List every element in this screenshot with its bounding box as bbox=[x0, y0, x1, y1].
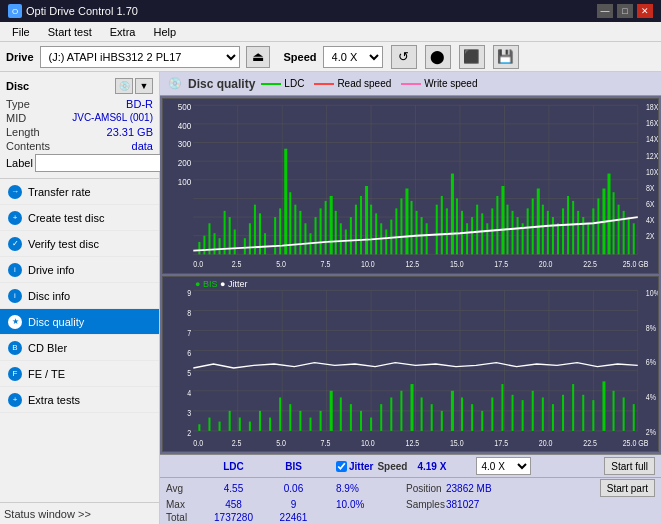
svg-rect-28 bbox=[244, 238, 246, 254]
nav-verify-test-disc[interactable]: ✓ Verify test disc bbox=[0, 231, 159, 257]
svg-rect-186 bbox=[582, 395, 584, 431]
menu-file[interactable]: File bbox=[4, 24, 38, 40]
legend-ldc-color bbox=[261, 83, 281, 85]
svg-rect-95 bbox=[592, 208, 594, 254]
refresh-button[interactable]: ↺ bbox=[391, 45, 417, 69]
svg-text:0.0: 0.0 bbox=[193, 259, 203, 269]
svg-text:10.0: 10.0 bbox=[361, 437, 375, 448]
position-value: 23862 MB bbox=[446, 483, 511, 494]
maximize-button[interactable]: □ bbox=[617, 4, 633, 18]
svg-rect-188 bbox=[602, 381, 605, 431]
drive-bar: Drive (J:) ATAPI iHBS312 2 PL17 ⏏ Speed … bbox=[0, 42, 661, 72]
fe-te-icon: F bbox=[8, 367, 22, 381]
label-input[interactable] bbox=[35, 154, 168, 172]
menu-extra[interactable]: Extra bbox=[102, 24, 144, 40]
svg-rect-67 bbox=[451, 174, 454, 255]
nav-disc-quality[interactable]: ★ Disc quality bbox=[0, 309, 159, 335]
eject-button[interactable]: ⏏ bbox=[246, 46, 270, 68]
svg-rect-29 bbox=[249, 223, 251, 254]
verify-test-disc-label: Verify test disc bbox=[28, 238, 99, 250]
svg-text:22.5: 22.5 bbox=[583, 259, 597, 269]
svg-rect-148 bbox=[198, 424, 200, 431]
menu-start-test[interactable]: Start test bbox=[40, 24, 100, 40]
svg-rect-68 bbox=[456, 198, 458, 254]
jitter-checkbox[interactable] bbox=[336, 461, 347, 472]
svg-text:7.5: 7.5 bbox=[321, 437, 331, 448]
svg-rect-149 bbox=[208, 418, 210, 431]
svg-text:500: 500 bbox=[178, 101, 191, 112]
nav-transfer-rate[interactable]: → Transfer rate bbox=[0, 179, 159, 205]
fe-te-label: FE / TE bbox=[28, 368, 65, 380]
window-controls: — □ ✕ bbox=[597, 4, 653, 18]
svg-text:0.0: 0.0 bbox=[193, 437, 203, 448]
svg-rect-63 bbox=[426, 223, 428, 254]
settings-button1[interactable]: ⬤ bbox=[425, 45, 451, 69]
minimize-button[interactable]: — bbox=[597, 4, 613, 18]
svg-rect-190 bbox=[623, 397, 625, 430]
menu-help[interactable]: Help bbox=[145, 24, 184, 40]
charts-container: 500 400 300 200 100 18X 16X 14X 12X 10X … bbox=[160, 96, 661, 454]
nav-drive-info[interactable]: i Drive info bbox=[0, 257, 159, 283]
drive-select[interactable]: (J:) ATAPI iHBS312 2 PL17 bbox=[40, 46, 240, 68]
svg-text:200: 200 bbox=[178, 157, 191, 168]
svg-rect-182 bbox=[542, 397, 544, 430]
svg-rect-24 bbox=[219, 238, 221, 254]
max-label: Max bbox=[166, 499, 201, 510]
legend-ldc-label: LDC bbox=[284, 78, 304, 89]
speed-header: Speed bbox=[377, 461, 417, 472]
bis-jitter-chart: ● BIS ● Jitter bbox=[162, 276, 659, 452]
content-header: 💿 Disc quality LDC Read speed Write spee… bbox=[160, 72, 661, 96]
nav-extra-tests[interactable]: + Extra tests bbox=[0, 387, 159, 413]
nav-disc-info[interactable]: i Disc info bbox=[0, 283, 159, 309]
ldc-chart-svg: 500 400 300 200 100 18X 16X 14X 12X 10X … bbox=[163, 99, 658, 273]
legend-read-color bbox=[314, 83, 334, 85]
status-window-btn[interactable]: Status window >> bbox=[4, 508, 91, 520]
svg-text:100: 100 bbox=[178, 176, 191, 187]
nav-fe-te[interactable]: F FE / TE bbox=[0, 361, 159, 387]
disc-icon-btn[interactable]: 💿 bbox=[115, 78, 133, 94]
svg-rect-157 bbox=[289, 404, 291, 431]
start-part-button[interactable]: Start part bbox=[600, 479, 655, 497]
svg-text:2.5: 2.5 bbox=[232, 259, 242, 269]
svg-rect-151 bbox=[229, 411, 231, 431]
disc-expand-btn[interactable]: ▼ bbox=[135, 78, 153, 94]
svg-text:10.0: 10.0 bbox=[361, 259, 375, 269]
settings-button2[interactable]: ⬛ bbox=[459, 45, 485, 69]
nav-create-test-disc[interactable]: + Create test disc bbox=[0, 205, 159, 231]
svg-rect-176 bbox=[481, 411, 483, 431]
svg-rect-86 bbox=[547, 211, 549, 255]
svg-rect-169 bbox=[411, 384, 414, 431]
close-button[interactable]: ✕ bbox=[637, 4, 653, 18]
svg-rect-185 bbox=[572, 384, 574, 431]
svg-text:5.0: 5.0 bbox=[276, 437, 286, 448]
save-button[interactable]: 💾 bbox=[493, 45, 519, 69]
nav-cd-bier[interactable]: B CD BIer bbox=[0, 335, 159, 361]
svg-text:25.0 GB: 25.0 GB bbox=[623, 437, 649, 448]
svg-text:4X: 4X bbox=[646, 216, 655, 226]
svg-rect-27 bbox=[234, 230, 236, 255]
svg-rect-189 bbox=[613, 391, 615, 431]
title-bar: O Opti Drive Control 1.70 — □ ✕ bbox=[0, 0, 661, 22]
svg-text:6%: 6% bbox=[646, 356, 657, 367]
svg-text:2X: 2X bbox=[646, 232, 655, 242]
start-full-button[interactable]: Start full bbox=[604, 457, 655, 475]
svg-rect-31 bbox=[259, 213, 261, 254]
avg-ldc: 4.55 bbox=[201, 483, 266, 494]
svg-rect-94 bbox=[587, 223, 589, 254]
svg-rect-173 bbox=[451, 391, 454, 431]
svg-rect-156 bbox=[279, 397, 281, 430]
svg-rect-44 bbox=[330, 196, 333, 254]
label-label: Label bbox=[6, 157, 33, 169]
total-bis: 22461 bbox=[266, 512, 321, 523]
svg-rect-92 bbox=[577, 211, 579, 255]
speed-select[interactable]: 4.0 X bbox=[323, 46, 383, 68]
svg-rect-35 bbox=[284, 149, 287, 255]
disc-info-icon: i bbox=[8, 289, 22, 303]
svg-rect-178 bbox=[501, 384, 503, 431]
legend-write-color bbox=[401, 83, 421, 85]
svg-rect-191 bbox=[633, 404, 635, 431]
speed-select-stats[interactable]: 4.0 X bbox=[476, 457, 531, 475]
svg-rect-184 bbox=[562, 395, 564, 431]
svg-text:7: 7 bbox=[187, 327, 191, 338]
svg-text:2: 2 bbox=[187, 427, 191, 438]
